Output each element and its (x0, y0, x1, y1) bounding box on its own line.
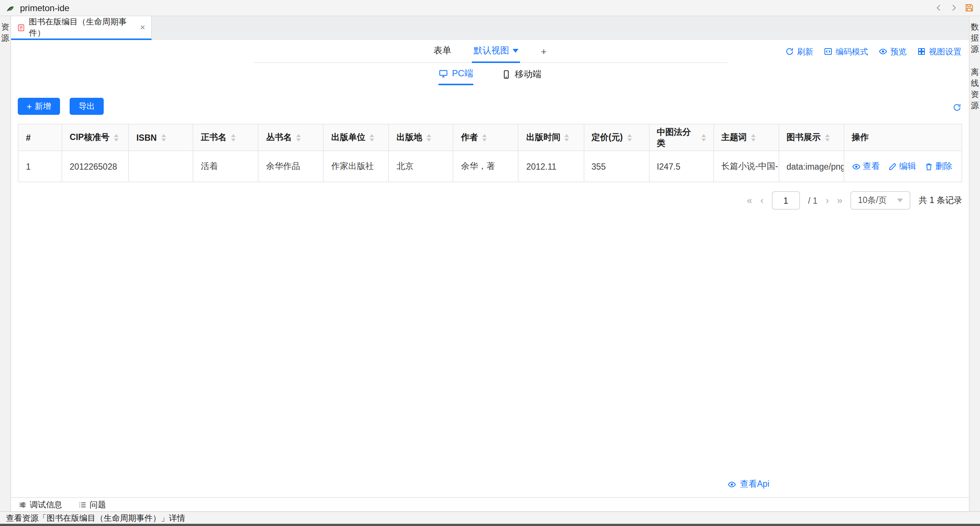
device-tabs: PC端 移动端 (11, 63, 969, 85)
tune-icon (19, 500, 27, 508)
tab-mobile[interactable]: 移动端 (501, 63, 541, 85)
prev-page-icon[interactable]: ‹ (760, 196, 764, 205)
form-doc-icon (17, 23, 25, 32)
pencil-icon (888, 162, 897, 171)
col-isbn[interactable]: ISBN (129, 124, 193, 151)
status-text: 查看资源「图书在版编目（生命周期事件）」详情 (6, 512, 185, 523)
last-page-icon[interactable]: » (837, 196, 842, 205)
next-page-icon[interactable]: › (826, 196, 829, 205)
col-author[interactable]: 作者 (453, 124, 519, 151)
preview-eye-icon (878, 47, 888, 56)
sort-icon[interactable] (296, 134, 301, 141)
debug-info-button[interactable]: 调试信息 (19, 499, 62, 510)
col-pubtime[interactable]: 出版时间 (519, 124, 584, 151)
data-table: # CIP核准号 ISBN 正书名 丛书名 出版单位 出版地 作者 出版时间 定… (18, 124, 962, 182)
sort-icon[interactable] (427, 134, 431, 141)
cell-series: 余华作品 (258, 151, 323, 182)
cell-title: 活着 (193, 151, 258, 182)
refresh-button[interactable]: 刷新 (785, 46, 813, 57)
sort-icon[interactable] (825, 134, 829, 141)
sort-icon[interactable] (161, 134, 165, 141)
sort-icon[interactable] (483, 134, 487, 141)
view-link[interactable]: 查看 (852, 161, 880, 172)
sort-icon[interactable] (701, 134, 706, 141)
page-size-select[interactable]: 10条/页 (850, 191, 910, 210)
cell-author: 余华，著 (453, 151, 519, 182)
edit-link[interactable]: 编辑 (888, 161, 916, 172)
preview-button[interactable]: 预览 (878, 46, 907, 57)
col-title[interactable]: 正书名 (193, 124, 258, 151)
sort-icon[interactable] (114, 134, 118, 141)
pagination: « ‹ / 1 › » 10条/页 共 1 条记录 (18, 191, 962, 210)
content-area: + 新增 导出 (11, 85, 969, 497)
cell-place: 北京 (389, 151, 453, 182)
eye-icon (727, 480, 736, 489)
window: primeton-ide 资源 图书在版 (0, 0, 980, 526)
cell-clc: I247.5 (649, 151, 713, 182)
add-button[interactable]: + 新增 (18, 98, 60, 115)
cell-price: 355 (584, 151, 649, 182)
cell-index: 1 (18, 151, 62, 182)
sort-icon[interactable] (751, 134, 756, 141)
close-icon[interactable]: × (140, 23, 145, 32)
mobile-icon (501, 69, 511, 79)
col-series[interactable]: 丛书名 (258, 124, 323, 151)
editor-tabbar: 图书在版编目（生命周期事件） × (11, 16, 969, 40)
editor-tab[interactable]: 图书在版编目（生命周期事件） × (11, 16, 152, 40)
monitor-icon (439, 69, 448, 78)
list-icon (78, 500, 87, 508)
delete-link[interactable]: 删除 (924, 161, 953, 172)
back-icon[interactable] (935, 4, 943, 12)
page-count-label: / 1 (808, 196, 818, 205)
view-settings-button[interactable]: 视图设置 (917, 46, 961, 57)
first-page-icon[interactable]: « (747, 196, 752, 205)
total-records-label: 共 1 条记录 (918, 195, 962, 206)
col-publisher[interactable]: 出版单位 (324, 124, 389, 151)
panel-datasource[interactable]: 数据源 (970, 21, 979, 55)
left-panel-strip: 资源 (0, 16, 11, 511)
cell-subject: 长篇小说-中国-当 (713, 151, 778, 182)
app-title: primeton-ide (20, 3, 69, 13)
sync-icon[interactable] (953, 103, 961, 112)
page-input[interactable] (772, 191, 800, 210)
save-icon[interactable] (964, 3, 974, 13)
table-row: 1 2012265028 活着 余华作品 作家出版社 北京 余华，著 2012.… (18, 151, 962, 182)
eye-icon (852, 162, 861, 171)
col-clc[interactable]: 中图法分类 (649, 124, 713, 151)
sort-icon[interactable] (627, 134, 632, 141)
forward-icon[interactable] (950, 4, 958, 12)
export-button[interactable]: 导出 (70, 98, 104, 115)
sort-icon[interactable] (565, 134, 569, 141)
chevron-down-icon (897, 199, 903, 202)
chevron-down-icon (512, 49, 519, 53)
col-subject[interactable]: 主题词 (713, 124, 778, 151)
titlebar: primeton-ide (0, 0, 980, 16)
problems-button[interactable]: 问题 (78, 499, 106, 510)
table-header-row: # CIP核准号 ISBN 正书名 丛书名 出版单位 出版地 作者 出版时间 定… (18, 124, 962, 151)
col-place[interactable]: 出版地 (389, 124, 453, 151)
window-edge (0, 524, 980, 526)
tab-form[interactable]: 表单 (432, 45, 453, 62)
tab-pc[interactable]: PC端 (439, 63, 473, 85)
bottom-bar: 调试信息 问题 (11, 497, 969, 511)
statusbar: 查看资源「图书在版编目（生命周期事件）」详情 (0, 511, 980, 524)
cell-pubtime: 2012.11 (519, 151, 584, 182)
editor-tab-label: 图书在版编目（生命周期事件） (29, 16, 134, 38)
code-mode-button[interactable]: 编码模式 (824, 46, 868, 57)
tab-default-view[interactable]: 默认视图 (472, 45, 520, 63)
col-display[interactable]: 图书展示 (778, 124, 844, 151)
refresh-icon (785, 47, 794, 56)
col-price[interactable]: 定价(元) (584, 124, 649, 151)
panel-offline-resources[interactable]: 离线资源 (970, 67, 979, 111)
view-toolbar: 表单 默认视图 + 刷新 (11, 40, 969, 63)
cell-display: data:image/png;b (778, 151, 844, 182)
cell-isbn (129, 151, 193, 182)
app-logo-icon (6, 3, 16, 13)
add-view-button[interactable]: + (539, 46, 548, 62)
sort-icon[interactable] (231, 134, 235, 141)
col-cip[interactable]: CIP核准号 (62, 124, 129, 151)
col-operations: 操作 (844, 124, 962, 151)
panel-resources[interactable]: 资源 (1, 21, 10, 44)
view-api-link[interactable]: 查看Api (727, 478, 769, 490)
sort-icon[interactable] (370, 134, 374, 141)
